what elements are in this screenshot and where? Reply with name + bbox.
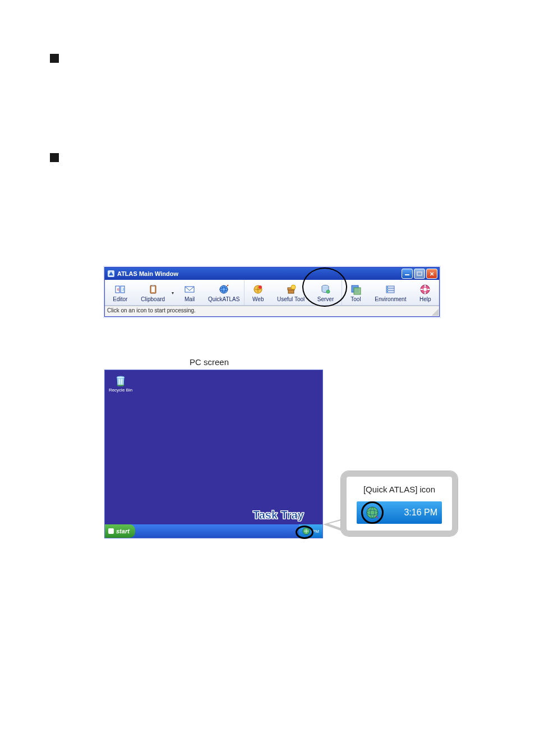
svg-rect-33 — [427, 289, 430, 290]
svg-point-11 — [220, 285, 228, 293]
recycle-bin-label: Recycle Bin — [107, 388, 134, 393]
svg-point-17 — [291, 285, 296, 289]
callout-time: 3:16 PM — [404, 508, 437, 518]
toolbar-label: Server — [317, 296, 334, 302]
usefultool-icon — [285, 284, 297, 295]
svg-text:J: J — [122, 288, 124, 291]
web-icon — [252, 284, 264, 295]
toolbar-usefultool-button[interactable]: Useful Tool — [272, 280, 310, 305]
section-bullet — [50, 54, 59, 63]
toolbar-label: Clipboard — [141, 296, 165, 302]
tray-icon-highlight-circle — [296, 525, 313, 539]
toolbar-server-button[interactable]: Server — [310, 280, 342, 305]
start-button[interactable]: start — [105, 524, 135, 538]
toolbar-web-button[interactable]: Web — [245, 280, 272, 305]
mail-icon — [184, 284, 195, 295]
toolbar: E J Editor Clipboard ▾ — [105, 280, 439, 306]
svg-rect-26 — [387, 289, 388, 290]
toolbar-label: Editor — [113, 296, 127, 302]
toolbar-mail-button[interactable]: Mail — [176, 280, 204, 305]
minimize-button[interactable] — [402, 269, 413, 279]
tasktray-label: Task Tray — [253, 509, 304, 522]
app-icon — [107, 270, 115, 278]
quickatlas-icon[interactable] — [366, 506, 379, 519]
toolbar-label: Useful Tool — [277, 296, 305, 302]
svg-rect-8 — [151, 287, 155, 292]
svg-rect-9 — [152, 285, 154, 287]
atlas-main-window: ATLAS Main Window ✕ E J — [104, 267, 440, 317]
quickatlas-icon — [218, 284, 229, 295]
status-text: Click on an icon to start processing. — [107, 307, 196, 314]
clipboard-icon — [147, 284, 159, 295]
section-bullet — [50, 153, 59, 162]
tool-icon — [350, 284, 361, 295]
taskbar[interactable]: start PM — [105, 524, 322, 538]
status-bar: Click on an icon to start processing. — [105, 306, 439, 316]
toolbar-label: Help — [419, 296, 431, 302]
server-icon — [320, 284, 331, 295]
svg-point-19 — [326, 290, 330, 293]
toolbar-label: QuickATLAS — [208, 296, 240, 302]
callout-label: [Quick ATLAS] icon — [341, 485, 458, 494]
svg-text:E: E — [117, 288, 119, 291]
toolbar-quickatlas-button[interactable]: QuickATLAS — [204, 280, 245, 305]
environment-icon — [385, 284, 396, 295]
quickatlas-callout: [Quick ATLAS] icon 3:16 PM — [341, 471, 458, 536]
svg-rect-30 — [425, 285, 426, 287]
toolbar-label: Environment — [375, 296, 406, 302]
svg-rect-21 — [354, 288, 361, 294]
clipboard-dropdown-caret[interactable]: ▾ — [170, 280, 176, 305]
editor-icon: E J — [114, 284, 126, 295]
help-icon — [419, 284, 431, 295]
close-button[interactable]: ✕ — [426, 269, 437, 279]
svg-rect-32 — [421, 289, 423, 290]
toolbar-help-button[interactable]: Help — [412, 280, 439, 305]
toolbar-editor-button[interactable]: E J Editor — [105, 280, 136, 305]
svg-rect-25 — [387, 287, 388, 288]
toolbar-label: Web — [252, 296, 264, 302]
maximize-button[interactable] — [414, 269, 425, 279]
svg-point-29 — [423, 288, 427, 291]
toolbar-environment-button[interactable]: Environment — [370, 280, 411, 305]
pc-screen-caption: PC screen — [190, 357, 229, 367]
window-title: ATLAS Main Window — [117, 270, 178, 277]
toolbar-label: Mail — [185, 296, 195, 302]
svg-point-34 — [117, 376, 124, 379]
quickatlas-icon-highlight — [361, 501, 384, 524]
svg-rect-2 — [417, 272, 422, 275]
svg-rect-31 — [425, 292, 426, 294]
start-label: start — [116, 528, 130, 534]
toolbar-clipboard-button[interactable]: Clipboard — [136, 280, 170, 305]
recycle-bin-icon[interactable]: Recycle Bin — [107, 375, 134, 393]
svg-point-14 — [259, 285, 262, 289]
callout-tray-preview: 3:16 PM — [357, 501, 442, 524]
toolbar-tool-button[interactable]: Tool — [342, 280, 370, 305]
pc-desktop: Recycle Bin Task Tray start PM — [104, 370, 323, 538]
toolbar-label: Tool — [350, 296, 361, 302]
titlebar[interactable]: ATLAS Main Window ✕ — [105, 268, 439, 280]
svg-rect-27 — [387, 291, 388, 292]
